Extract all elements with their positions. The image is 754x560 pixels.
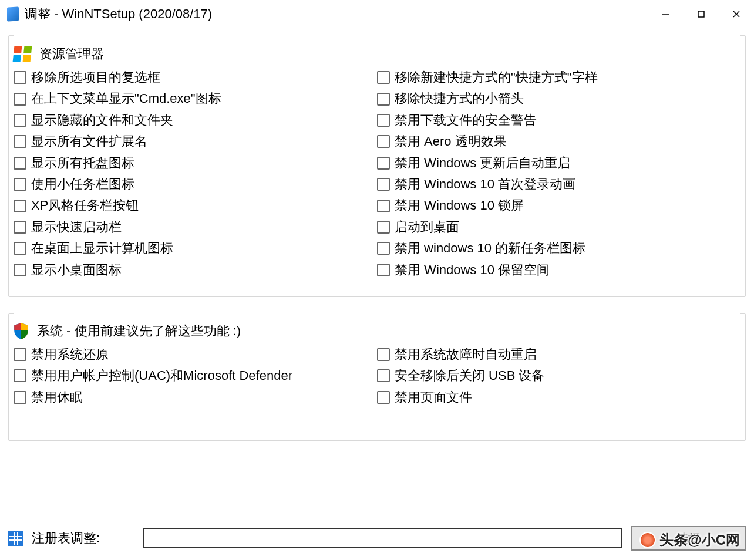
option-label[interactable]: 禁用用户帐户控制(UAC)和Microsoft Defender	[31, 368, 292, 383]
checkbox[interactable]	[14, 93, 26, 106]
option-label[interactable]: 显示隐藏的文件和文件夹	[31, 113, 173, 128]
checkbox[interactable]	[14, 221, 26, 234]
checkbox[interactable]	[377, 157, 390, 170]
checkbox[interactable]	[377, 93, 390, 106]
select-button[interactable]: 选择	[631, 526, 746, 551]
checkbox[interactable]	[14, 369, 26, 382]
registry-path-input[interactable]	[143, 528, 622, 548]
checkbox[interactable]	[377, 391, 390, 404]
registry-label: 注册表调整:	[32, 529, 100, 547]
option-label[interactable]: 显示小桌面图标	[31, 262, 122, 278]
option-label[interactable]: 安全移除后关闭 USB 设备	[395, 368, 544, 383]
checkbox[interactable]	[377, 135, 390, 148]
checkbox[interactable]	[14, 114, 26, 127]
option-label[interactable]: 禁用 windows 10 的新任务栏图标	[395, 241, 585, 256]
checkbox[interactable]	[377, 114, 390, 127]
option-label[interactable]: 在桌面上显示计算机图标	[31, 241, 173, 256]
option-label[interactable]: 使用小任务栏图标	[31, 177, 134, 192]
checkbox[interactable]	[377, 369, 390, 382]
option-label[interactable]: 移除所选项目的复选框	[31, 70, 160, 85]
checkbox[interactable]	[377, 348, 390, 361]
checkbox[interactable]	[14, 242, 26, 255]
select-button-label: 选择	[676, 531, 700, 546]
option-label[interactable]: 禁用系统还原	[31, 347, 109, 362]
option-label[interactable]: XP风格任务栏按钮	[31, 198, 139, 213]
shield-icon	[14, 322, 29, 340]
checkbox[interactable]	[14, 178, 26, 191]
checkbox[interactable]	[377, 178, 390, 191]
windows-flag-icon	[13, 46, 32, 62]
option-label[interactable]: 显示所有文件扩展名	[31, 134, 147, 149]
checkbox[interactable]	[377, 71, 390, 84]
option-label[interactable]: 禁用 Aero 透明效果	[395, 134, 507, 149]
group-explorer: 资源管理器 移除所选项目的复选框 在上下文菜单显示"Cmd.exe"图标 显示隐…	[8, 35, 746, 297]
option-label[interactable]: 启动到桌面	[395, 220, 459, 235]
group-system-title: 系统 - 使用前建议先了解这些功能 :)	[37, 322, 241, 340]
titlebar: 调整 - WinNTSetup (2020/08/17)	[0, 0, 754, 28]
option-label[interactable]: 禁用 Windows 10 保留空间	[395, 262, 550, 278]
group-system: 系统 - 使用前建议先了解这些功能 :) 禁用系统还原 禁用用户帐户控制(UAC…	[8, 313, 746, 441]
option-label[interactable]: 禁用系统故障时自动重启	[395, 347, 537, 362]
checkbox[interactable]	[377, 264, 390, 276]
window-title: 调整 - WinNTSetup (2020/08/17)	[25, 5, 212, 23]
registry-icon	[8, 531, 23, 546]
checkbox[interactable]	[14, 135, 26, 148]
checkbox[interactable]	[377, 221, 390, 234]
checkbox[interactable]	[14, 71, 26, 84]
checkbox[interactable]	[14, 391, 26, 404]
option-label[interactable]: 移除快捷方式的小箭头	[395, 91, 524, 106]
option-label[interactable]: 禁用休眠	[31, 390, 83, 405]
option-label[interactable]: 显示快速启动栏	[31, 220, 122, 235]
app-icon	[7, 6, 19, 21]
footer-bar: 注册表调整: 选择	[8, 526, 746, 551]
group-explorer-title: 资源管理器	[39, 45, 104, 63]
minimize-button[interactable]	[648, 0, 684, 28]
option-label[interactable]: 禁用下载文件的安全警告	[395, 113, 537, 128]
checkbox[interactable]	[14, 200, 26, 212]
checkbox[interactable]	[14, 157, 26, 170]
option-label[interactable]: 禁用 Windows 10 首次登录动画	[395, 177, 575, 192]
checkbox[interactable]	[14, 348, 26, 361]
option-label[interactable]: 显示所有托盘图标	[31, 156, 134, 171]
checkbox[interactable]	[14, 264, 26, 276]
option-label[interactable]: 禁用 Windows 10 锁屏	[395, 198, 524, 213]
option-label[interactable]: 移除新建快捷方式的"快捷方式"字样	[395, 70, 598, 85]
svg-rect-1	[698, 11, 704, 17]
option-label[interactable]: 禁用 Windows 更新后自动重启	[395, 156, 570, 171]
checkbox[interactable]	[377, 242, 390, 255]
checkbox[interactable]	[377, 200, 390, 212]
maximize-button[interactable]	[684, 0, 719, 28]
close-button[interactable]	[719, 0, 754, 28]
option-label[interactable]: 在上下文菜单显示"Cmd.exe"图标	[31, 91, 221, 106]
option-label[interactable]: 禁用页面文件	[395, 390, 472, 405]
